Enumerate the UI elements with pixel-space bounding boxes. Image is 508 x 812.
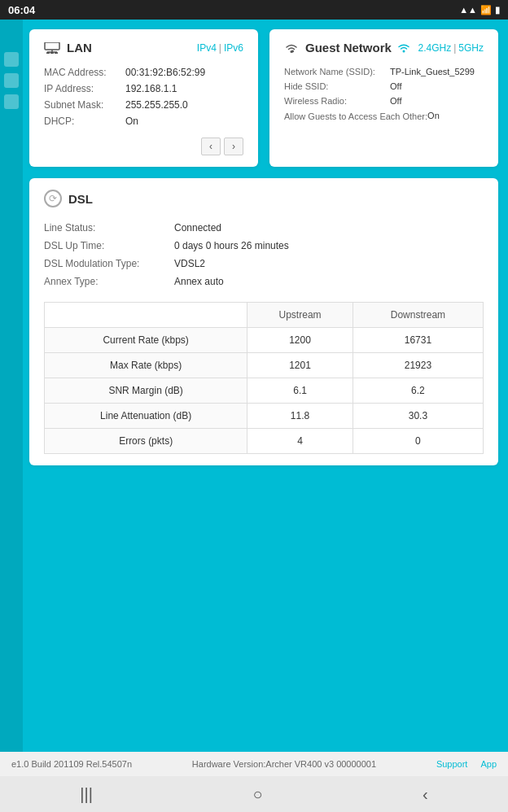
dsl-row-modulation: DSL Modulation Type: VDSL2 [44,255,484,273]
dsl-uptime-value: 0 days 0 hours 26 minutes [174,240,289,251]
sidebar-dot-2 [4,73,19,88]
lan-row-subnet: Subnet Mask: 255.255.255.0 [44,97,243,113]
guest-access-value: On [427,111,440,120]
dsl-cell-errors-up: 4 [247,429,353,454]
lan-badges: IPv4 | IPv6 [197,42,243,54]
dsl-cell-errors-down: 0 [353,429,483,454]
dsl-header: ⟳ DSL [44,190,484,207]
dsl-annex-label: Annex Type: [44,276,174,287]
status-icons: ▲▲ 📶 ▮ [459,5,500,15]
dsl-cell-current-rate-up: 1200 [247,328,353,353]
dsl-cell-snr-label: SNR Margin (dB) [45,378,247,404]
guest-ssid-value: TP-Link_Guest_5299 [390,67,475,76]
nav-bar: ||| ○ ‹ [0,776,508,812]
guest-card-header: Guest Network 2.4GHz | 5GHz [284,41,484,55]
nav-home-btn[interactable]: ○ [252,785,262,804]
dsl-cell-snr-up: 6.1 [247,378,353,404]
lan-badge-sep: | [219,42,221,54]
lan-ip-label: IP Address: [44,83,125,94]
signal-icon: ▲▲ [459,5,477,15]
lan-subnet-value: 255.255.255.0 [125,99,188,111]
dsl-cell-max-rate-down: 21923 [353,353,483,378]
dsl-cell-max-rate-label: Max Rate (kbps) [45,353,247,378]
lan-dhcp-value: On [125,116,138,127]
guest-title-group: Guest Network [284,41,409,55]
dsl-row-current-rate: Current Rate (kbps) 1200 16731 [45,328,484,353]
dsl-col-downstream: Downstream [353,303,483,328]
lan-badge-ipv6: IPv6 [224,42,243,54]
status-bar: 06:04 ▲▲ 📶 ▮ [0,0,508,20]
footer: e1.0 Build 201109 Rel.54507n Hardware Ve… [0,752,508,776]
dsl-col-upstream: Upstream [247,303,353,328]
lan-card: LAN IPv4 | IPv6 MAC Address: 00:31:92:B6… [29,29,258,167]
guest-row-hide: Hide SSID: Off [284,79,484,94]
wifi-icon [284,42,299,54]
guest-row-radio: Wireless Radio: Off [284,94,484,108]
footer-links: Support App [436,759,497,769]
dsl-uptime-label: DSL Up Time: [44,240,174,251]
status-time: 06:04 [8,4,35,16]
lan-mac-value: 00:31:92:B6:52:99 [125,67,205,78]
dsl-cell-atten-up: 11.8 [247,404,353,429]
footer-version: e1.0 Build 201109 Rel.54507n [11,759,132,769]
svg-rect-5 [55,52,58,54]
dsl-row-attenuation: Line Attenuation (dB) 11.8 30.3 [45,404,484,429]
dsl-row-max-rate: Max Rate (kbps) 1201 21923 [45,353,484,378]
nav-back-btn[interactable]: ‹ [423,785,428,804]
lan-subnet-label: Subnet Mask: [44,99,125,111]
dsl-row-snr: SNR Margin (dB) 6.1 6.2 [45,378,484,404]
dsl-row-annex: Annex Type: Annex auto [44,273,484,290]
dsl-cell-atten-label: Line Attenuation (dB) [45,404,247,429]
sidebar-left [0,20,23,776]
lan-next-btn[interactable]: › [224,138,243,155]
lan-row-dhcp: DHCP: On [44,113,243,129]
wifi-icon: 📶 [480,5,492,15]
lan-info-table: MAC Address: 00:31:92:B6:52:99 IP Addres… [44,64,243,129]
lan-ip-value: 192.168.1.1 [125,83,177,94]
guest-ssid-label: Network Name (SSID): [284,67,390,76]
lan-mac-label: MAC Address: [44,67,125,78]
lan-icon [44,42,60,54]
guest-freq1: 2.4GHz [418,42,452,54]
sidebar-dot-1 [4,52,19,67]
guest-freq2: 5GHz [458,42,484,54]
dsl-cell-snr-down: 6.2 [353,378,483,404]
guest-access-label: Allow Guests to Access Each Other: [284,111,427,122]
lan-title: LAN [67,41,92,55]
lan-row-ip: IP Address: 192.168.1.1 [44,81,243,97]
guest-wifi-icon [398,43,409,53]
nav-menu-btn[interactable]: ||| [80,785,93,804]
lan-prev-btn[interactable]: ‹ [201,138,221,155]
lan-dhcp-label: DHCP: [44,116,125,127]
dsl-info: Line Status: Connected DSL Up Time: 0 da… [44,219,484,290]
guest-card: Guest Network 2.4GHz | 5GHz Network Na [269,29,498,167]
lan-card-header: LAN IPv4 | IPv6 [44,41,243,55]
dsl-cell-current-rate-down: 16731 [353,328,483,353]
dsl-table-header-row: Upstream Downstream [45,303,484,328]
dsl-cell-atten-down: 30.3 [353,404,483,429]
guest-freq-sep: | [453,42,456,54]
top-cards-row: LAN IPv4 | IPv6 MAC Address: 00:31:92:B6… [29,29,498,167]
guest-info-table: Network Name (SSID): TP-Link_Guest_5299 … [284,64,484,124]
lan-badge-ipv4: IPv4 [197,42,217,54]
dsl-cell-errors-label: Errors (pkts) [45,429,247,454]
svg-point-6 [291,50,293,53]
svg-rect-0 [45,42,59,50]
footer-app-link[interactable]: App [480,759,497,769]
guest-hide-value: Off [390,81,401,91]
footer-support-link[interactable]: Support [436,759,468,769]
dsl-row-status: Line Status: Connected [44,219,484,237]
svg-point-7 [402,50,405,52]
guest-freq-badges: 2.4GHz | 5GHz [418,42,484,54]
dsl-title: DSL [68,192,93,206]
sidebar-dot-3 [4,94,19,109]
lan-pagination: ‹ › [44,138,243,155]
dsl-table: Upstream Downstream Current Rate (kbps) … [44,302,484,454]
svg-rect-3 [46,52,50,54]
dsl-icon: ⟳ [44,190,62,207]
lan-title-group: LAN [44,41,92,55]
dsl-row-uptime: DSL Up Time: 0 days 0 hours 26 minutes [44,237,484,255]
dsl-cell-current-rate-label: Current Rate (kbps) [45,328,247,353]
dsl-card: ⟳ DSL Line Status: Connected DSL Up Time… [29,178,498,465]
guest-row-access: Allow Guests to Access Each Other: On [284,108,484,124]
